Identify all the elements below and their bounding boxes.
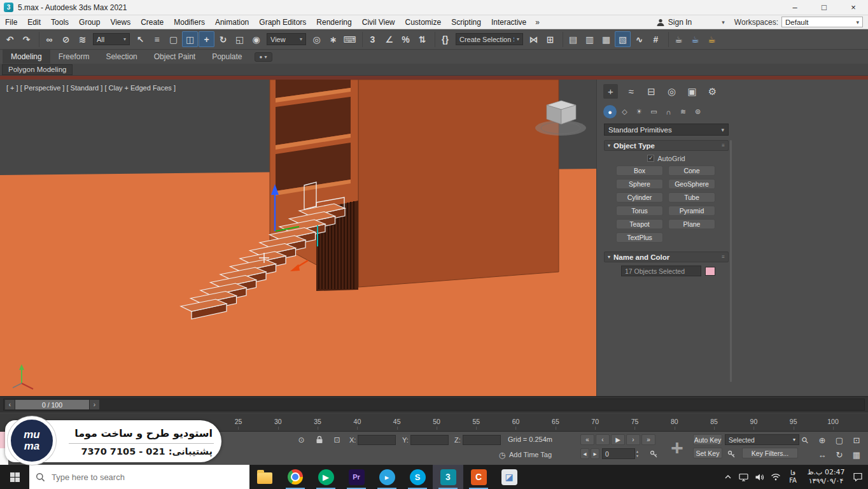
primitive-teapot-button[interactable]: Teapot (616, 219, 663, 229)
previous-frame-button[interactable]: ‹ (596, 434, 610, 445)
set-key-button[interactable]: Set Key (693, 448, 722, 458)
taskbar-app-adobe-orange-app[interactable]: C (463, 465, 494, 489)
time-slider-prev-button[interactable]: ‹ (5, 400, 15, 409)
play-animation-button[interactable]: ▶ (611, 434, 625, 445)
select-and-place-icon[interactable]: ◉ (248, 31, 264, 47)
menu-item-scripting[interactable]: Scripting (446, 15, 486, 29)
primitive-cylinder-button[interactable]: Cylinder (616, 192, 663, 202)
render-setup-icon[interactable]: ☕ (671, 31, 687, 47)
toggle-ribbon-icon[interactable]: ▧ (615, 31, 631, 47)
ribbon-options-button[interactable]: ● ▾ (255, 52, 272, 62)
menu-item-rendering[interactable]: Rendering (311, 15, 356, 29)
primitive-box-button[interactable]: Box (616, 166, 663, 176)
key-filters-button[interactable]: Key Filters... (742, 448, 798, 458)
time-slider-track[interactable]: ‹ 0 / 100 › (3, 399, 865, 411)
select-and-rotate-icon[interactable]: ↻ (215, 31, 231, 47)
redo-icon[interactable]: ↷ (18, 31, 34, 47)
percent-snap-icon[interactable]: % (398, 31, 414, 47)
taskbar-app-telegram[interactable]: ▸ (372, 465, 402, 489)
minimize-button[interactable]: – (780, 0, 809, 15)
select-by-name-icon[interactable]: ≡ (149, 31, 165, 47)
taskbar-app-3ds-max[interactable]: 3 (433, 465, 463, 489)
pan-view-icon[interactable]: ↔ (815, 448, 830, 462)
y-coordinate-field[interactable] (410, 435, 449, 445)
ribbon-tab-object-paint[interactable]: Object Paint (146, 50, 204, 64)
maximize-button[interactable]: □ (809, 0, 839, 15)
taskbar-app-skype[interactable]: S (402, 465, 433, 489)
menu-item-modifiers[interactable]: Modifiers (169, 15, 210, 29)
taskbar-app-camtasia[interactable]: ▶ (311, 465, 341, 489)
object-color-swatch[interactable] (705, 267, 715, 276)
ribbon-tab-modeling[interactable]: Modeling (3, 50, 50, 64)
undo-icon[interactable]: ↶ (2, 31, 18, 47)
menu-item-customize[interactable]: Customize (400, 15, 447, 29)
taskbar-app-photos[interactable]: ◪ (494, 465, 524, 489)
panel-scrollbar[interactable] (730, 140, 732, 382)
go-to-end-button[interactable]: » (641, 434, 655, 445)
taskbar-app-premiere-pro[interactable]: Pr (341, 465, 372, 489)
primitive-geosphere-button[interactable]: GeoSphere (668, 179, 715, 189)
next-frame-button[interactable]: › (626, 434, 640, 445)
select-and-link-icon[interactable]: ∞ (41, 31, 57, 47)
primitive-plane-button[interactable]: Plane (668, 219, 715, 229)
schematic-view-icon[interactable]: # (648, 31, 664, 47)
next-key-button[interactable]: ▸ (591, 448, 599, 459)
select-object-icon[interactable]: ↖ (132, 31, 148, 47)
absolute-mode-transform-typein[interactable]: ⊡ (331, 434, 343, 445)
ribbon-tab-selection[interactable]: Selection (97, 50, 145, 64)
zoom-region-icon[interactable]: ⊡ (849, 434, 864, 447)
frame-spinner[interactable]: ▴ ▾ (636, 448, 643, 459)
rendered-frame-window-icon[interactable]: ☕ (687, 31, 703, 47)
primitive-sphere-button[interactable]: Sphere (616, 179, 663, 189)
zoom-all-icon[interactable]: ⊕ (815, 434, 830, 447)
render-production-icon[interactable]: ☕ (704, 31, 720, 47)
geometry-category[interactable]: ● (603, 105, 617, 118)
ribbon-tab-populate[interactable]: Populate (204, 50, 250, 64)
selection-filter-dropdown[interactable]: All▾ (93, 33, 130, 45)
auto-key-button[interactable]: Auto Key (693, 434, 722, 445)
time-slider-next-button[interactable]: › (90, 400, 99, 409)
snaps-toggle-icon[interactable]: 3 (365, 31, 381, 47)
shapes-category[interactable]: ◇ (618, 105, 631, 118)
primitive-category-dropdown[interactable]: Standard Primitives ▾ (604, 124, 729, 136)
ribbon-tab-freeform[interactable]: Freeform (50, 50, 98, 64)
tray-network-button[interactable] (767, 465, 783, 489)
workspace-dropdown[interactable]: Default ▾ (781, 17, 863, 27)
angle-snap-icon[interactable]: ∠ (381, 31, 397, 47)
start-button[interactable] (0, 465, 29, 489)
tray-expand-button[interactable] (720, 465, 736, 489)
time-slider-handle[interactable]: 0 / 100 (15, 400, 89, 409)
align-icon[interactable]: ⊞ (542, 31, 558, 47)
taskbar-app-file-explorer[interactable] (249, 465, 280, 489)
reference-coordinate-system-dropdown[interactable]: View▾ (267, 33, 306, 45)
add-time-tag-button[interactable]: Add Time Tag (509, 451, 552, 458)
notification-center-button[interactable] (850, 465, 865, 489)
taskbar-clock[interactable]: 02:47 ب.ظ ۱۳۹۹/۰۹/۰۴ (802, 468, 850, 486)
edit-named-selection-sets-icon[interactable]: {} (437, 31, 453, 47)
mirror-icon[interactable]: ⋈ (526, 31, 542, 47)
close-button[interactable]: × (839, 0, 868, 15)
object-type-rollout-header[interactable]: ▾ Object Type ≡ (604, 140, 729, 151)
cameras-category[interactable]: ▭ (647, 105, 661, 118)
menu-item-civil-view[interactable]: Civil View (357, 15, 400, 29)
sign-in-button[interactable]: Sign In ▾ (653, 17, 728, 28)
display-tab[interactable]: ▣ (685, 84, 699, 99)
isolate-selection-toggle[interactable]: ⊙ (295, 434, 307, 445)
primitive-pyramid-button[interactable]: Pyramid (668, 206, 715, 216)
current-frame-field[interactable]: 0 (602, 448, 635, 459)
window-crossing-toggle-icon[interactable]: ◫ (182, 31, 198, 47)
menu-overflow-button[interactable]: » (531, 18, 543, 27)
helpers-category[interactable]: ∩ (662, 105, 675, 118)
hierarchy-tab[interactable]: ⊟ (644, 84, 659, 99)
toggle-layer-explorer-icon[interactable]: ▥ (582, 31, 598, 47)
orbit-viewport-icon[interactable]: ↻ (832, 448, 847, 462)
autogrid-checkbox[interactable]: ✓ (647, 155, 654, 162)
key-filters-key-icon[interactable] (725, 449, 738, 460)
toggle-scene-explorer-icon[interactable]: ▤ (565, 31, 581, 47)
menu-item-file[interactable]: File (0, 15, 22, 29)
menu-item-create[interactable]: Create (136, 15, 169, 29)
x-coordinate-field[interactable] (358, 435, 396, 445)
status-pan-cross-icon[interactable]: + (663, 433, 691, 462)
zoom-extents-icon[interactable]: ▢ (832, 434, 847, 447)
perspective-viewport[interactable]: [ + ] [ Perspective ] [ Standard ] [ Cla… (0, 80, 596, 396)
